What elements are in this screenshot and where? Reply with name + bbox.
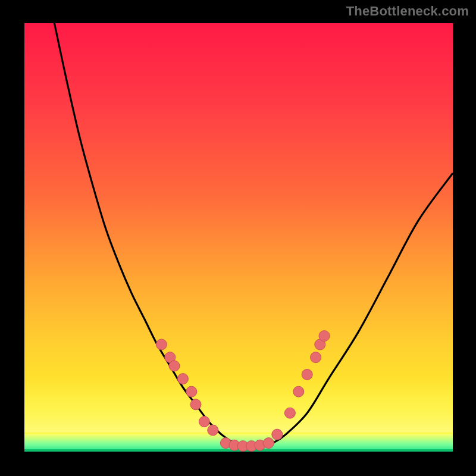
data-marker [272, 429, 283, 440]
data-marker [311, 352, 321, 363]
plot-area [24, 23, 453, 452]
curve-layer [24, 23, 453, 452]
data-marker [177, 374, 188, 384]
data-marker [284, 408, 295, 418]
data-marker [319, 331, 330, 342]
data-marker [302, 369, 312, 380]
data-marker [199, 416, 209, 427]
bottleneck-curve [54, 23, 453, 448]
data-marker [208, 425, 218, 436]
data-marker [263, 438, 274, 449]
data-marker [169, 361, 180, 371]
data-marker [190, 399, 201, 410]
data-marker [186, 386, 197, 397]
data-marker [293, 386, 304, 397]
chart-frame: TheBottleneck.com [0, 0, 476, 476]
data-marker [156, 339, 167, 350]
watermark-text: TheBottleneck.com [346, 4, 469, 19]
